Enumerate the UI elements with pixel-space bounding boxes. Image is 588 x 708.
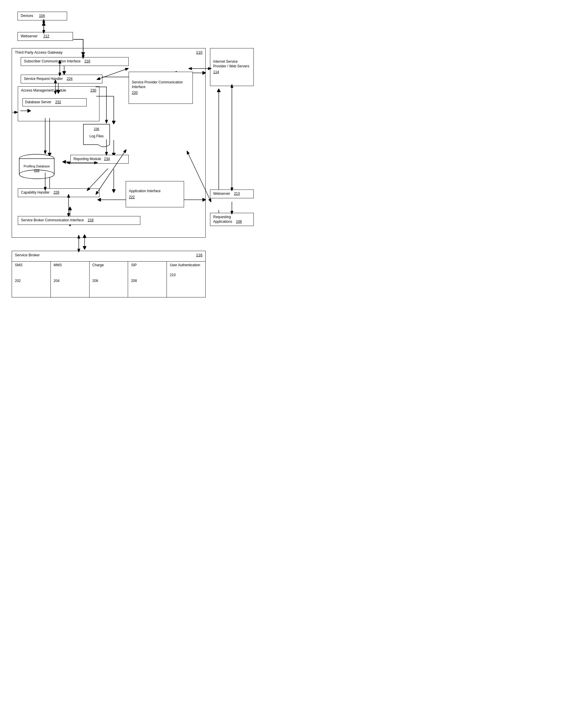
gateway-ref: 110 <box>196 50 202 55</box>
service-provider-comm-box: Service Provider Communication Interface… <box>129 72 193 104</box>
sip-label: SIP <box>131 263 164 267</box>
access-mgmt-label: Access Management Module <box>21 88 66 92</box>
svg-text:Log Files: Log Files <box>90 134 104 138</box>
mms-label: MMS <box>54 263 86 267</box>
devices-label: Devices <box>21 14 33 18</box>
charge-cell: Charge 206 <box>90 262 128 297</box>
application-interface-ref: 222 <box>129 195 135 199</box>
diagram: Devices 104 Webserver 212 Third Party Ac… <box>6 6 257 309</box>
sms-ref: 202 <box>15 279 21 283</box>
service-provider-comm-ref: 220 <box>132 91 138 95</box>
database-server-label: Database Server <box>25 100 51 104</box>
webserver-right-label: Webserver <box>213 191 230 196</box>
reporting-module-ref: 234 <box>104 157 110 161</box>
service-request-label: Service Request Handler <box>24 77 63 81</box>
database-server-ref: 232 <box>55 100 61 104</box>
access-mgmt-ref: 230 <box>90 88 96 92</box>
sms-cell: SMS 202 <box>12 262 51 297</box>
capability-handler-box: Capability Handler 226 <box>18 188 99 197</box>
reporting-module-box: Reporting Module 234 <box>70 155 129 164</box>
svg-text:236: 236 <box>94 127 99 130</box>
requesting-apps-box: Requesting Applications 106 <box>210 213 254 226</box>
svg-text:228: 228 <box>34 169 39 172</box>
charge-ref: 206 <box>92 279 98 283</box>
application-interface-label: Application Interface <box>129 189 181 194</box>
capability-handler-ref: 226 <box>53 190 59 195</box>
devices-ref: 104 <box>39 14 45 18</box>
access-mgmt-container: Access Management Module 230 Database Se… <box>18 86 99 121</box>
service-broker-comm-label: Service Broker Communication Interface <box>21 218 84 222</box>
subscriber-comm-ref: 216 <box>84 59 90 63</box>
gateway-label: Third Party Access Gateway <box>15 50 62 55</box>
isp-web-box: Internet Service Provider / Web Servers … <box>210 48 254 86</box>
profiling-db-container: Profiling Database 228 <box>18 153 53 177</box>
requesting-apps-label: Requesting Applications <box>213 215 232 224</box>
devices-box: Devices 104 <box>18 12 67 21</box>
requesting-apps-ref: 106 <box>236 219 242 224</box>
sip-cell: SIP 208 <box>128 262 167 297</box>
profiling-db-svg: Profiling Database 228 <box>18 153 56 180</box>
subscriber-comm-box: Subscriber Communication Interface 216 <box>21 57 129 66</box>
isp-label: Internet Service Provider / Web Servers <box>213 59 251 68</box>
service-broker-comm-box: Service Broker Communication Interface 2… <box>18 216 140 225</box>
log-files-shape: 236 Log Files <box>82 123 111 149</box>
capability-handler-label: Capability Handler <box>21 190 50 195</box>
reporting-module-label: Reporting Module <box>74 157 101 161</box>
service-provider-comm-label: Service Provider Communication Interface <box>132 80 189 89</box>
webserver-top-box: Webserver 212 <box>18 32 73 41</box>
webserver-top-ref: 212 <box>43 34 49 38</box>
webserver-top-label: Webserver <box>21 34 38 38</box>
application-interface-box: Application Interface 222 <box>126 181 184 207</box>
user-auth-ref: 210 <box>170 273 176 277</box>
subscriber-comm-label: Subscriber Communication Interface <box>24 59 81 63</box>
gateway-container: Third Party Access Gateway 110 Subscribe… <box>12 48 206 238</box>
database-server-box: Database Server 232 <box>23 98 87 107</box>
webserver-right-box: Webserver 213 <box>210 189 254 198</box>
service-broker-label: Service Broker <box>15 253 40 257</box>
sip-ref: 208 <box>131 279 137 283</box>
user-auth-cell: User Authentication 210 <box>167 262 205 297</box>
mms-cell: MMS 204 <box>51 262 90 297</box>
sms-label: SMS <box>15 263 48 267</box>
service-request-box: Service Request Handler 224 <box>21 75 102 83</box>
webserver-right-ref: 213 <box>234 191 240 196</box>
svg-text:Profiling Database: Profiling Database <box>24 165 50 168</box>
charge-label: Charge <box>92 263 125 267</box>
user-auth-label: User Authentication <box>170 263 202 267</box>
service-broker-comm-ref: 218 <box>88 218 94 222</box>
service-broker-ref: 116 <box>196 253 202 257</box>
service-request-ref: 224 <box>67 77 72 81</box>
mms-ref: 204 <box>54 279 59 283</box>
isp-ref: 114 <box>213 70 219 74</box>
service-broker-container: Service Broker 116 SMS 202 MMS 204 Charg… <box>12 251 206 297</box>
log-files-svg: 236 Log Files <box>82 123 111 149</box>
